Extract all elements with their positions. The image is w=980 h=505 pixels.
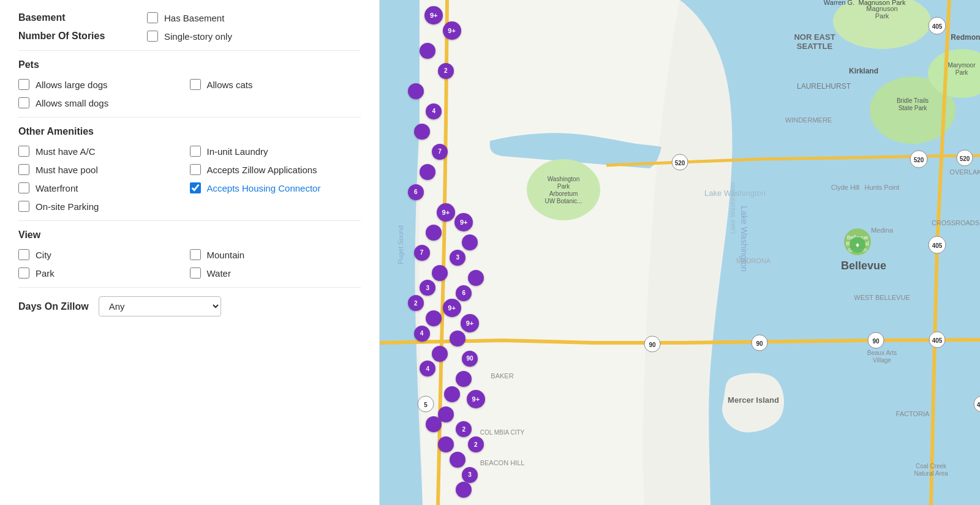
pin-9[interactable] <box>420 164 435 180</box>
pin-25[interactable]: 6 <box>456 285 472 301</box>
pin-31[interactable] <box>444 386 460 402</box>
city-view-checkbox[interactable] <box>18 249 29 260</box>
amenities-label: Other Amenities <box>18 126 361 137</box>
cats-label[interactable]: Allows cats <box>207 80 253 90</box>
svg-text:WEST BELLEVUE: WEST BELLEVUE <box>854 294 910 301</box>
pin-29[interactable]: 90 <box>462 351 478 367</box>
pool-label[interactable]: Must have pool <box>36 165 98 175</box>
pin-32[interactable]: 9+ <box>467 390 485 408</box>
pin-18[interactable]: 4 <box>414 326 430 342</box>
single-story-checkbox[interactable] <box>147 31 158 42</box>
pin-28[interactable] <box>450 331 466 346</box>
ac-checkbox[interactable] <box>18 146 29 157</box>
pin-2[interactable]: 9+ <box>443 21 461 40</box>
small-dogs-checkbox[interactable] <box>18 97 29 108</box>
pin-4[interactable]: 2 <box>438 63 454 79</box>
pets-label: Pets <box>18 59 361 70</box>
waterfront-label[interactable]: Waterfront <box>36 183 78 193</box>
pin-20[interactable]: 4 <box>420 361 435 376</box>
pin-5[interactable] <box>408 83 424 99</box>
svg-point-10 <box>527 159 600 220</box>
pin-40[interactable] <box>456 482 472 498</box>
housing-connector-checkbox[interactable] <box>190 182 201 193</box>
view-label: View <box>18 230 361 241</box>
zillow-apps-checkbox[interactable] <box>190 164 201 175</box>
has-basement-checkbox[interactable] <box>147 12 158 23</box>
pin-27[interactable]: 9+ <box>461 314 479 332</box>
pin-30[interactable] <box>456 371 472 387</box>
pin-26[interactable]: 9+ <box>443 299 461 317</box>
svg-text:LAURELHURST: LAURELHURST <box>797 82 851 91</box>
svg-text:Coal Creek: Coal Creek <box>916 463 947 469</box>
pin-11[interactable]: 9+ <box>437 203 455 222</box>
large-dogs-label[interactable]: Allows large dogs <box>36 80 108 90</box>
pin-16[interactable]: 2 <box>408 295 424 311</box>
water-view-checkbox[interactable] <box>190 267 201 279</box>
pin-34[interactable]: 2 <box>456 421 472 437</box>
housing-connector-label[interactable]: Accepts Housing Connector <box>207 183 321 193</box>
pin-37[interactable]: 3 <box>462 467 478 483</box>
ac-label[interactable]: Must have A/C <box>36 146 96 157</box>
pin-10[interactable]: 6 <box>408 184 424 200</box>
pin-15[interactable]: 3 <box>420 280 435 296</box>
map-area[interactable]: Magnuson Park Bridle Trails State Park M… <box>380 0 980 505</box>
park-view-checkbox[interactable] <box>18 267 29 279</box>
svg-text:State Park: State Park <box>899 105 928 111</box>
parking-checkbox[interactable] <box>18 201 29 212</box>
single-story-label[interactable]: Single-story only <box>164 31 232 42</box>
svg-text:♦: ♦ <box>856 241 859 249</box>
laundry-checkbox[interactable] <box>190 146 201 157</box>
small-dogs-label[interactable]: Allows small dogs <box>36 98 108 108</box>
pin-17[interactable] <box>426 310 442 326</box>
pin-14[interactable] <box>432 265 448 281</box>
days-on-zillow-select[interactable]: Any 1 day 7 days 14 days 30 days 90 days… <box>99 296 221 316</box>
cats-checkbox[interactable] <box>190 79 201 90</box>
pin-8[interactable]: 7 <box>432 144 448 160</box>
pin-21[interactable]: 9+ <box>454 213 473 231</box>
pin-7[interactable] <box>414 124 430 140</box>
svg-text:Medina: Medina <box>871 226 894 234</box>
waterfront-checkbox[interactable] <box>18 182 29 193</box>
svg-text:Park: Park <box>956 69 969 76</box>
pin-19[interactable] <box>432 346 448 362</box>
pool-checkbox[interactable] <box>18 164 29 175</box>
mountain-view-label[interactable]: Mountain <box>207 250 245 260</box>
park-view-item: Park <box>18 267 190 279</box>
pin-12[interactable] <box>426 225 442 241</box>
pin-39[interactable] <box>438 436 454 452</box>
pin-3[interactable] <box>420 43 435 59</box>
mountain-view-checkbox[interactable] <box>190 249 201 260</box>
pets-section: Pets Allows large dogs Allows small dogs… <box>18 59 361 108</box>
svg-text:Village: Village <box>873 357 891 364</box>
pin-1[interactable]: 9+ <box>424 6 443 24</box>
amenities-options: Must have A/C Must have pool Waterfront … <box>18 146 361 212</box>
svg-text:Park: Park <box>875 12 889 20</box>
svg-text:NOR EAST: NOR EAST <box>794 32 835 42</box>
city-view-label[interactable]: City <box>36 250 51 260</box>
pin-24[interactable] <box>468 270 484 286</box>
basement-row: Basement Has Basement <box>18 12 361 23</box>
parking-label[interactable]: On-site Parking <box>36 201 99 212</box>
large-dogs-checkbox[interactable] <box>18 79 29 90</box>
svg-text:Bellevue: Bellevue <box>841 260 886 272</box>
laundry-label[interactable]: In-unit Laundry <box>207 146 268 157</box>
pin-36[interactable] <box>450 452 466 468</box>
pin-35[interactable]: 2 <box>468 436 484 452</box>
pin-6[interactable]: 4 <box>426 103 442 119</box>
park-view-label[interactable]: Park <box>36 268 55 279</box>
days-on-zillow-label: Days On Zillow <box>18 301 89 312</box>
svg-text:90: 90 <box>756 340 763 347</box>
svg-text:Magnuson Park: Magnuson Park <box>858 0 906 6</box>
pin-38[interactable] <box>426 416 442 432</box>
pin-22[interactable] <box>462 234 478 250</box>
svg-text:520: 520 <box>675 160 685 166</box>
pin-13[interactable]: 7 <box>414 245 430 261</box>
water-view-label[interactable]: Water <box>207 268 231 279</box>
svg-text:Redmond: Redmond <box>951 33 980 42</box>
has-basement-label[interactable]: Has Basement <box>164 13 224 23</box>
cats-item: Allows cats <box>190 79 361 90</box>
zillow-apps-label[interactable]: Accepts Zillow Applications <box>207 165 317 175</box>
pin-23[interactable]: 3 <box>450 250 466 266</box>
amenities-section: Other Amenities Must have A/C Must have … <box>18 126 361 212</box>
large-dogs-item: Allows large dogs <box>18 79 190 90</box>
